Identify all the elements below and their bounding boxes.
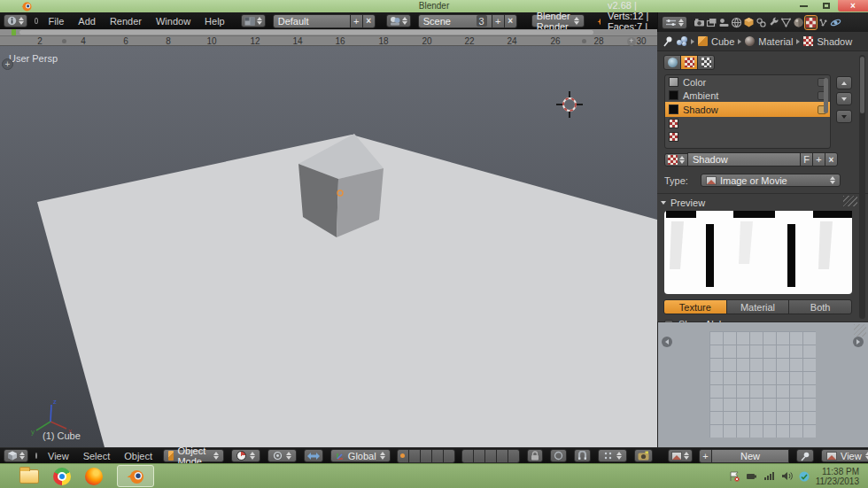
snap-element-dropdown[interactable] (598, 449, 627, 462)
texture-slot-empty[interactable] (665, 130, 830, 143)
lock-to-scene-toggle[interactable] (527, 449, 543, 462)
layer-button[interactable] (461, 449, 474, 463)
unlink-texture-button[interactable]: × (825, 152, 838, 167)
list-scrollbar[interactable] (824, 78, 828, 113)
menu-object[interactable]: Object (120, 450, 156, 462)
scene-users-count[interactable]: 3 (477, 15, 487, 27)
menu-file[interactable]: File (45, 15, 68, 27)
menu-select[interactable]: Select (80, 450, 114, 462)
pin-toggle-button[interactable] (796, 449, 814, 462)
new-texture-button[interactable]: + (812, 152, 825, 167)
layer-1-button[interactable] (397, 449, 409, 463)
menu-view[interactable]: View (44, 450, 73, 462)
current-frame-indicator[interactable] (12, 29, 16, 35)
scroll-right-icon[interactable] (853, 337, 864, 347)
pivot-point-dropdown[interactable] (267, 449, 297, 462)
tab-render[interactable] (694, 16, 705, 29)
menu-add[interactable]: Add (74, 15, 99, 27)
add-scene-button[interactable]: + (492, 14, 505, 28)
breadcrumb-material[interactable]: Material (758, 36, 793, 47)
panel-expand-icon[interactable] (661, 201, 666, 205)
world-textures-button[interactable] (663, 55, 681, 70)
layer-button[interactable] (496, 449, 508, 463)
viewport-3d[interactable]: x y z User Persp (1) Cube + (0, 46, 657, 447)
layer-button[interactable] (408, 449, 421, 463)
context-browse-icon[interactable] (677, 36, 687, 46)
blender-taskbar-button-active[interactable] (117, 465, 154, 487)
view-dropdown[interactable]: View (821, 449, 868, 462)
layer-button[interactable] (431, 449, 444, 463)
safely-remove-icon[interactable] (799, 471, 810, 482)
tab-modifiers[interactable] (768, 16, 779, 29)
texture-browse-button[interactable] (664, 153, 688, 167)
network-signal-icon[interactable] (763, 471, 775, 481)
close-button[interactable]: × (838, 0, 868, 12)
scene-icon-button[interactable] (386, 14, 411, 27)
screen-layout-icon-button[interactable] (241, 14, 266, 27)
viewport-shading-dropdown[interactable] (231, 449, 260, 462)
new-image-plus-button[interactable]: + (699, 449, 712, 463)
properties-scrollbar[interactable] (859, 55, 865, 319)
firefox-icon[interactable] (85, 468, 103, 485)
tab-particles[interactable] (818, 16, 829, 29)
taskbar-clock[interactable]: 11:38 PM 11/23/2013 (816, 467, 859, 486)
tab-texture-active[interactable] (805, 16, 817, 29)
texture-slot-shadow-selected[interactable]: Shadow (665, 102, 830, 117)
new-image-button[interactable]: New (711, 449, 789, 463)
other-textures-button[interactable] (697, 55, 715, 70)
texture-name-field[interactable]: Shadow (687, 152, 801, 167)
collapse-menus-toggle[interactable] (35, 453, 37, 459)
layer-button[interactable] (443, 449, 455, 463)
render-engine-dropdown[interactable]: Blender Render (531, 14, 585, 27)
action-center-icon[interactable] (729, 471, 740, 482)
proportional-edit-toggle[interactable] (550, 449, 567, 462)
move-slot-up-button[interactable] (836, 76, 852, 89)
preview-material-button[interactable]: Material (726, 299, 790, 314)
editor-type-button[interactable] (662, 16, 687, 29)
corner-resize-grip[interactable] (854, 324, 866, 337)
pin-icon[interactable] (663, 35, 673, 47)
minimize-button[interactable] (792, 0, 815, 12)
menu-window[interactable]: Window (152, 15, 194, 27)
tab-render-layers[interactable] (706, 16, 717, 29)
material-textures-button[interactable] (680, 55, 698, 70)
speaker-icon[interactable] (781, 471, 793, 481)
tab-material[interactable] (793, 16, 804, 29)
layer-button[interactable] (420, 449, 432, 463)
fake-user-button[interactable]: F (800, 152, 813, 167)
texture-type-dropdown[interactable]: Image or Movie (701, 174, 841, 187)
layer-button[interactable] (473, 449, 485, 463)
tab-scene[interactable] (718, 16, 730, 29)
region-expand-icon[interactable]: + (2, 58, 13, 70)
tab-world[interactable] (731, 16, 742, 29)
snap-toggle[interactable] (574, 449, 591, 462)
layer-button[interactable] (508, 449, 520, 463)
maximize-button[interactable] (815, 0, 838, 12)
slot-specials-dropdown[interactable] (836, 110, 852, 123)
editor-type-button[interactable] (4, 14, 27, 27)
tab-object[interactable] (743, 16, 755, 29)
scene-name[interactable]: Scene 3 (418, 14, 492, 28)
texture-slot-empty[interactable] (665, 117, 830, 130)
power-icon[interactable] (746, 471, 757, 481)
breadcrumb-texture[interactable]: Shadow (817, 36, 852, 47)
chrome-icon[interactable] (53, 468, 71, 485)
breadcrumb-object[interactable]: Cube (711, 36, 734, 47)
preview-panel-header[interactable]: Preview (661, 198, 705, 208)
menu-render[interactable]: Render (106, 15, 145, 27)
collapse-menus-toggle[interactable] (35, 18, 38, 24)
opengl-render-button[interactable] (634, 449, 653, 462)
preview-texture-button[interactable]: Texture (663, 299, 727, 314)
tab-object-data[interactable] (780, 16, 792, 29)
delete-layout-button[interactable]: × (362, 14, 376, 28)
tab-physics[interactable] (830, 16, 841, 29)
editor-type-button[interactable] (4, 449, 28, 462)
menu-help[interactable]: Help (201, 15, 229, 27)
tab-constraints[interactable] (756, 16, 767, 29)
layer-button[interactable] (484, 449, 497, 463)
uv-image-editor[interactable] (657, 322, 868, 447)
texture-slot-ambient[interactable]: Ambient (665, 89, 830, 102)
manipulator-toggle[interactable] (304, 449, 323, 462)
screen-layout-name[interactable]: Default (273, 14, 351, 28)
move-slot-down-button[interactable] (836, 92, 852, 105)
